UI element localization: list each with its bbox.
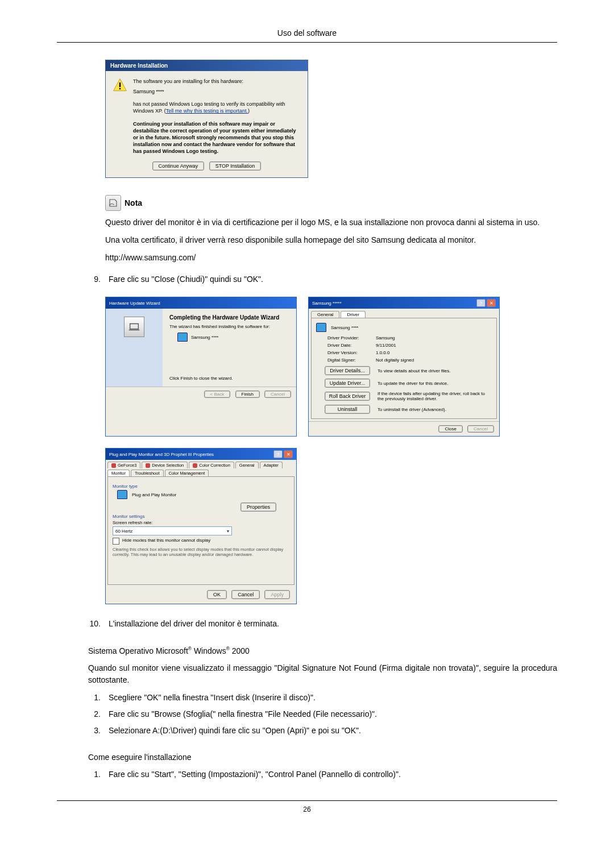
wizard-heading: Completing the Hardware Update Wizard [169, 314, 289, 321]
hardware-update-wizard-dialog: Hardware Update Wizard Completing the Ha… [105, 297, 297, 437]
dsnf-step3-text: Selezionare A:(D:\Driver) quindi fare cl… [109, 725, 361, 737]
close-icon[interactable]: ✕ [284, 450, 293, 458]
monitor-icon [117, 490, 127, 499]
driver-cancel-button: Cancel [467, 425, 494, 433]
tab-driver[interactable]: Driver [341, 311, 365, 318]
tab-monitor[interactable]: Monitor [107, 470, 130, 476]
hw-warning-bold: Continuing your installation of this sof… [133, 121, 301, 155]
step-10-number: 10. [88, 618, 101, 630]
mon-cancel-button[interactable]: Cancel [231, 590, 260, 599]
tab-colorcorr-label: Color Correction [199, 463, 230, 468]
svg-rect-1 [119, 82, 121, 87]
rollback-driver-desc: If the device fails after updating the d… [377, 391, 492, 401]
hw-logo-link[interactable]: Tell me why this testing is important. [166, 108, 248, 114]
install-heading: Come eseguire l'installazione [88, 753, 557, 762]
wizard-device: Samsung **** [191, 335, 218, 340]
install-step1-num: 1. [88, 769, 101, 780]
monitor-icon [316, 323, 326, 332]
samsung-url: http://www.samsung.com/ [105, 253, 557, 262]
signer-value: Not digitally signed [376, 358, 414, 363]
monitor-type-group: Monitor type [113, 484, 289, 489]
version-label: Driver Version: [327, 350, 376, 355]
hide-modes-desc: Clearing this check box allows you to se… [113, 547, 289, 557]
monitor-properties-button[interactable]: Properties [240, 502, 276, 512]
tab-device-selection[interactable]: Device Selection [142, 462, 188, 468]
step-9-text: Fare clic su "Close (Chiudi)" quindi su … [109, 273, 263, 285]
os2000-post: 2000 [230, 646, 250, 655]
stop-installation-button[interactable]: STOP Installation [209, 161, 262, 171]
dsnf-step2-num: 2. [88, 708, 101, 720]
monitor-settings-group: Monitor settings [113, 514, 289, 519]
help-icon[interactable]: ? [476, 299, 486, 307]
wizard-cancel-button: Cancel [264, 391, 291, 398]
dsnf-step1-text: Scegliere "OK" nella finestra "Insert di… [109, 692, 316, 704]
update-driver-button[interactable]: Update Driver... [325, 379, 370, 388]
tab-general[interactable]: General [311, 311, 339, 318]
nvidia-icon [193, 463, 197, 468]
signer-label: Digital Signer: [327, 358, 376, 363]
footer-rule [57, 800, 557, 801]
driver-title-text: Samsung ***** [312, 301, 342, 306]
warning-icon [113, 78, 127, 155]
wizard-title-text: Hardware Update Wizard [109, 301, 160, 306]
help-icon[interactable]: ? [273, 450, 283, 458]
hw-line2b: ) [248, 108, 250, 114]
mon-apply-button: Apply [264, 590, 290, 599]
page-header: Uso del software [57, 28, 557, 38]
tab-troubleshoot[interactable]: Troubleshoot [131, 470, 164, 476]
driver-properties-dialog: Samsung ***** ? ✕ General Driver Samsung… [308, 297, 500, 437]
tab-geforce3[interactable]: GeForce3 [107, 462, 140, 468]
tab-adapter[interactable]: Adapter [260, 462, 283, 468]
rollback-driver-button[interactable]: Roll Back Driver [325, 392, 370, 401]
chevron-down-icon: ▾ [227, 529, 229, 534]
wizard-finish-button[interactable]: Finish [235, 391, 260, 398]
uninstall-driver-button[interactable]: Uninstall [325, 405, 370, 414]
update-driver-desc: To update the driver for this device. [377, 381, 492, 386]
wizard-back-button: < Back [204, 391, 231, 398]
svg-rect-2 [119, 88, 121, 89]
note-label: Nota [125, 198, 142, 207]
driver-details-desc: To view details about the driver files. [377, 368, 492, 373]
os2000-mid: Windows [192, 646, 226, 655]
os2000-pre: Sistema Operativo Microsoft [88, 646, 188, 655]
note-paragraph-1: Questo driver del monitor è in via di ce… [105, 217, 557, 229]
nvidia-icon [146, 463, 150, 468]
wizard-sidebar-image [106, 309, 163, 387]
dsnf-step1-num: 1. [88, 692, 101, 704]
mon-ok-button[interactable]: OK [207, 590, 227, 599]
continue-anyway-button[interactable]: Continue Anyway [152, 161, 205, 171]
nvidia-icon [111, 463, 116, 468]
mon-title-text: Plug and Play Monitor and 3D Prophet III… [109, 452, 214, 457]
hide-modes-checkbox[interactable] [113, 538, 119, 545]
monitor-icon [177, 333, 188, 342]
dsnf-paragraph: Quando sul monitor viene visualizzato il… [88, 662, 557, 686]
tab-geforce3-label: GeForce3 [118, 463, 136, 468]
provider-label: Driver Provider: [327, 335, 376, 340]
uninstall-driver-desc: To uninstall the driver (Advanced). [377, 407, 492, 412]
driver-close-button[interactable]: Close [438, 425, 462, 433]
driver-details-button[interactable]: Driver Details... [325, 366, 370, 375]
tab-color-correction[interactable]: Color Correction [189, 462, 234, 468]
refresh-rate-select[interactable]: 60 Hertz ▾ [113, 526, 232, 535]
note-icon [105, 195, 121, 211]
note-paragraph-2: Una volta certificato, il driver verrà r… [105, 234, 557, 246]
driver-device: Samsung **** [331, 325, 358, 330]
close-icon[interactable]: ✕ [487, 299, 496, 307]
dsnf-step2-text: Fare clic su "Browse (Sfoglia(" nella fi… [109, 708, 377, 720]
page-number: 26 [57, 805, 557, 813]
wizard-line1: The wizard has finished installing the s… [169, 324, 289, 329]
wizard-titlebar: Hardware Update Wizard [106, 297, 296, 309]
hw-install-dialog: Hardware Installation The software you a… [105, 60, 308, 178]
hide-modes-label: Hide modes that this monitor cannot disp… [122, 538, 210, 543]
step-9-number: 9. [88, 273, 101, 285]
tab-general[interactable]: General [235, 462, 259, 468]
monitor-type-value: Plug and Play Monitor [132, 492, 176, 497]
date-value: 9/11/2001 [376, 343, 396, 348]
header-rule [57, 42, 557, 43]
provider-value: Samsung [376, 335, 395, 340]
tab-color-management[interactable]: Color Management [165, 470, 209, 476]
refresh-rate-label: Screen refresh rate: [113, 520, 289, 525]
hw-install-text: The software you are installing for this… [133, 78, 301, 155]
tab-devsel-label: Device Selection [152, 463, 184, 468]
hw-install-titlebar: Hardware Installation [106, 60, 308, 71]
